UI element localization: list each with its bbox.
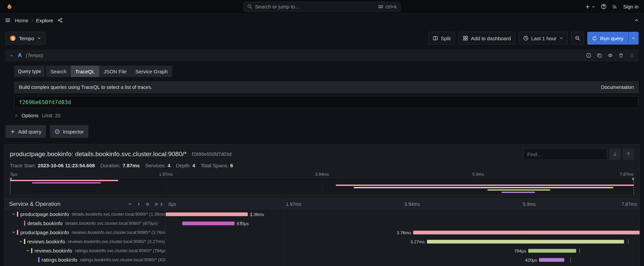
- new-menu-button[interactable]: [585, 4, 595, 9]
- add-to-dashboard-button[interactable]: Add to dashboard: [458, 32, 515, 45]
- traceql-query-input[interactable]: f2696e650fd7d03d: [14, 96, 639, 108]
- expand-all-button[interactable]: [154, 202, 159, 207]
- query-datasource-hint: (Tempo): [26, 53, 44, 58]
- options-label[interactable]: Options: [22, 113, 38, 118]
- span-collapse-chevron-icon[interactable]: [26, 248, 31, 253]
- span-operation: reviews.bookinfo.svc.cluster.local:9080/…: [68, 239, 165, 244]
- chevron-down-icon: [591, 5, 595, 9]
- minimap-tick: 3.94ms: [315, 172, 329, 177]
- trace-view-panel: productpage.bookinfo: details.bookinfo.s…: [4, 144, 640, 266]
- breadcrumb-home[interactable]: Home: [15, 18, 28, 23]
- keyboard-icon: [378, 4, 383, 9]
- span-collapse-chevron-icon[interactable]: [11, 230, 17, 235]
- sign-in-link[interactable]: Sign in: [623, 4, 639, 9]
- query-collapse-button[interactable]: [9, 53, 14, 58]
- span-row[interactable]: reviews.bookinfo ratings.bookinfo.svc.cl…: [4, 246, 640, 255]
- span-end-tick: [628, 239, 628, 244]
- find-prev-button[interactable]: [623, 148, 634, 160]
- eye-icon: [608, 53, 613, 58]
- tab-search[interactable]: Search: [46, 66, 71, 77]
- collapse-top-bar-button[interactable]: [634, 18, 639, 23]
- inspector-button[interactable]: Inspector: [50, 125, 88, 138]
- find-next-button[interactable]: [609, 148, 621, 160]
- tab-traceql[interactable]: TraceQL: [71, 66, 99, 77]
- share-button[interactable]: [57, 18, 63, 23]
- span-duration-label: 1.36ms: [250, 212, 264, 217]
- minimap-scrubber-left[interactable]: [10, 178, 10, 195]
- breadcrumb-separator: ›: [31, 18, 33, 23]
- span-collapse-chevron-icon[interactable]: [11, 212, 17, 216]
- span-row[interactable]: reviews.bookinfo reviews.bookinfo.svc.cl…: [4, 237, 640, 246]
- query-ref-id: A: [18, 52, 22, 58]
- span-track[interactable]: 3.27ms: [166, 237, 640, 246]
- zoom-out-time-button[interactable]: [571, 32, 584, 45]
- tab-service-graph[interactable]: Service Graph: [131, 66, 172, 77]
- span-track[interactable]: 420μs: [166, 255, 640, 264]
- span-collapse-chevron-icon[interactable]: [19, 239, 24, 244]
- span-row[interactable]: details.bookinfo details.bookinfo.svc.cl…: [4, 219, 640, 228]
- service-color-chip: [38, 257, 39, 262]
- service-color-chip: [24, 221, 25, 226]
- duplicate-query-button[interactable]: [597, 53, 602, 58]
- span-bar[interactable]: [427, 240, 624, 243]
- trace-start: Trace Start:2023-10-06 11:23:54.608: [10, 163, 95, 168]
- query-help-button[interactable]: [586, 53, 591, 58]
- collapse-all-button[interactable]: [145, 202, 150, 207]
- span-name-cell[interactable]: productpage.bookinfo reviews.bookinfo.sv…: [4, 228, 166, 237]
- documentation-link[interactable]: Documentation: [601, 84, 634, 90]
- span-name-cell[interactable]: productpage.bookinfo details.bookinfo.sv…: [4, 210, 166, 219]
- span-service: details.bookinfo: [27, 220, 62, 226]
- expand-one-level-button[interactable]: [136, 202, 141, 207]
- span-bar[interactable]: [528, 249, 576, 252]
- span-name-cell[interactable]: reviews.bookinfo ratings.bookinfo.svc.cl…: [4, 246, 166, 255]
- mega-menu-toggle[interactable]: [5, 17, 11, 23]
- span-row[interactable]: productpage.bookinfo reviews.bookinfo.sv…: [4, 228, 640, 237]
- news-button[interactable]: [612, 4, 618, 9]
- span-track[interactable]: 870μs: [166, 219, 640, 228]
- minimap-scrubber-right[interactable]: [634, 178, 634, 195]
- span-bar[interactable]: [539, 258, 564, 262]
- grafana-logo[interactable]: [5, 3, 14, 11]
- drag-query-handle[interactable]: [629, 53, 635, 58]
- query-editor-row: A (Tempo) Query type Search TraceQL JSON…: [5, 49, 639, 118]
- help-button[interactable]: [601, 4, 607, 9]
- find-input[interactable]: [524, 148, 607, 160]
- disable-query-button[interactable]: [608, 53, 613, 58]
- span-name-cell[interactable]: ratings.bookinfo ratings.bookinfo.svc.cl…: [4, 255, 166, 264]
- datasource-picker[interactable]: Tempo: [5, 32, 46, 45]
- span-row[interactable]: productpage.bookinfo details.bookinfo.sv…: [4, 210, 640, 219]
- minimap-graph[interactable]: [10, 177, 634, 195]
- breadcrumb-bar: Home › Explore: [0, 14, 644, 27]
- info-circle-icon: [586, 53, 591, 58]
- span-name-cell[interactable]: details.bookinfo details.bookinfo.svc.cl…: [4, 219, 166, 228]
- run-query-button[interactable]: Run query: [587, 32, 628, 45]
- run-query-dropdown-button[interactable]: [628, 32, 639, 45]
- remove-query-button[interactable]: [618, 53, 624, 58]
- chevron-down-icon: [559, 36, 563, 40]
- span-name-cell[interactable]: reviews.bookinfo reviews.bookinfo.svc.cl…: [4, 237, 166, 246]
- query-options-row: Options Limit: 20: [14, 113, 639, 118]
- tab-json-file[interactable]: JSON File: [99, 66, 131, 77]
- minimap-tick-labels: 0μs 1.97ms 3.94ms 5.9ms 7.87ms: [10, 172, 634, 177]
- collapse-one-level-button[interactable]: [128, 202, 132, 207]
- search-placeholder: Search or jump to...: [255, 4, 299, 9]
- options-expand-button[interactable]: [14, 114, 18, 118]
- span-bar[interactable]: [166, 212, 248, 216]
- breadcrumb-explore[interactable]: Explore: [36, 18, 53, 23]
- span-track[interactable]: 3.76ms: [166, 228, 640, 237]
- span-track[interactable]: 1.36ms: [166, 210, 640, 219]
- time-range-picker[interactable]: Last 1 hour: [519, 32, 568, 45]
- span-bar[interactable]: [182, 221, 235, 225]
- split-button[interactable]: Split: [428, 32, 455, 45]
- trash-icon: [618, 53, 624, 58]
- span-track[interactable]: 794μs: [166, 246, 640, 255]
- double-chevron-right-icon: [154, 202, 159, 207]
- span-operation: reviews.bookinfo.svc.cluster.local:9080/…: [72, 230, 165, 235]
- span-row[interactable]: ratings.bookinfo ratings.bookinfo.svc.cl…: [4, 255, 640, 264]
- trace-metadata: Trace Start:2023-10-06 11:23:54.608 Dura…: [4, 162, 640, 172]
- add-query-button[interactable]: Add query: [5, 125, 46, 138]
- span-bar[interactable]: [413, 231, 640, 234]
- column-resize-handle[interactable]: [159, 201, 164, 207]
- search-input[interactable]: Search or jump to... ctrl+k: [244, 2, 401, 12]
- datasource-name: Tempo: [19, 35, 34, 41]
